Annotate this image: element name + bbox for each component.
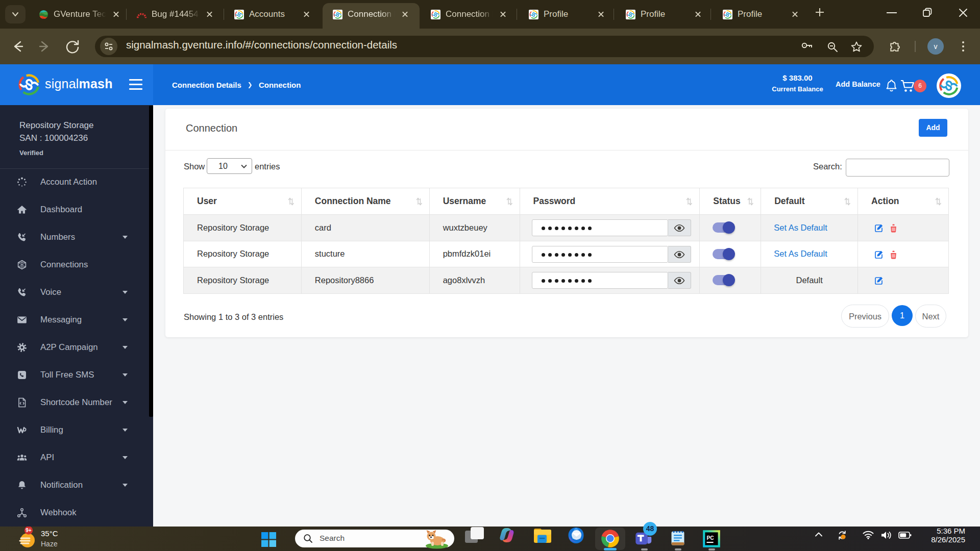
svg-text:PC: PC: [706, 535, 714, 541]
svg-text:9+: 9+: [26, 528, 32, 533]
